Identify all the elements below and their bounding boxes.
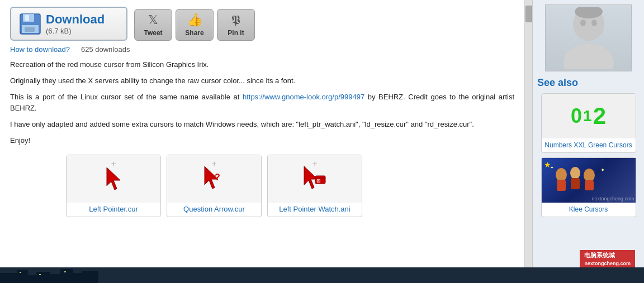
numbers-xxl-preview: 0 1 2 xyxy=(542,94,636,138)
downloads-count: 625 downloads xyxy=(81,45,130,54)
klee-label: Klee Cursors xyxy=(569,205,608,213)
avatar-svg xyxy=(552,7,625,69)
svg-rect-26 xyxy=(0,273,17,283)
download-size: (6.7 kB) xyxy=(46,27,105,35)
desc-line4: I have only adapted and added some extra… xyxy=(10,119,514,131)
crosshair-icon-2: ✛ xyxy=(212,161,216,167)
svg-marker-5 xyxy=(107,167,120,190)
svg-rect-30 xyxy=(50,274,60,283)
gnome-link[interactable]: https://www.gnome-look.org/p/999497 xyxy=(243,93,364,101)
right-sidebar: See also 0 1 2 Numbers XXL Green Cursors… xyxy=(532,0,644,283)
desc-line5: Enjoy! xyxy=(10,135,514,147)
cursor-card-label-left-pointer-watch: Left Pointer Watch.ani xyxy=(279,205,350,213)
svg-point-17 xyxy=(556,168,567,181)
cursor-preview-left-pointer: ✛ xyxy=(67,155,160,203)
numbers-xxl-label: Numbers XXL Green Cursors xyxy=(544,141,632,149)
klee-watermark: nextongcheng.com xyxy=(591,196,634,202)
main-wrapper: Download (6.7 kB) 𝕏 Tweet 👍 Share 𝕻 Pin … xyxy=(0,0,644,283)
svg-rect-18 xyxy=(557,180,566,191)
question-arrow-icon: ? xyxy=(200,164,228,194)
svg-point-21 xyxy=(584,169,595,182)
description: Recreation of the red mouse cursor from … xyxy=(10,59,514,147)
download-text: Download (6.7 kB) xyxy=(46,12,105,35)
num-zero: 0 xyxy=(571,104,582,128)
desc-line2: Originally they used the X servers abili… xyxy=(10,75,514,87)
svg-text:✦: ✦ xyxy=(550,165,554,170)
pinterest-icon: 𝕻 xyxy=(231,13,240,27)
svg-rect-31 xyxy=(60,269,73,283)
cursor-card-label-left-pointer: Left Pointer.cur xyxy=(89,205,138,213)
klee-preview: ★ ✦ ✦ nextongcheng.com xyxy=(542,158,636,203)
content-area: Download (6.7 kB) 𝕏 Tweet 👍 Share 𝕻 Pin … xyxy=(0,0,524,283)
svg-rect-34 xyxy=(20,272,21,273)
cursor-card-left-pointer[interactable]: ✛ Left Pointer.cur xyxy=(66,155,161,217)
svg-point-14 xyxy=(580,20,586,26)
sidebar-card-numbers-xxl[interactable]: 0 1 2 Numbers XXL Green Cursors xyxy=(541,93,636,153)
svg-text:?: ? xyxy=(215,172,220,182)
social-buttons: 𝕏 Tweet 👍 Share 𝕻 Pin it xyxy=(134,9,255,41)
scrollbar-thumb[interactable] xyxy=(525,6,532,22)
share-label: Share xyxy=(185,29,203,37)
download-meta: How to download? 625 downloads xyxy=(10,45,514,54)
svg-rect-32 xyxy=(73,273,82,283)
svg-rect-33 xyxy=(82,271,98,283)
svg-point-15 xyxy=(591,20,597,26)
share-icon: 👍 xyxy=(187,13,202,27)
floppy-disk-icon xyxy=(19,13,41,35)
tweet-button[interactable]: 𝕏 Tweet xyxy=(134,9,172,41)
crosshair-icon: ✛ xyxy=(111,161,116,167)
svg-rect-20 xyxy=(571,178,580,189)
svg-rect-35 xyxy=(39,274,41,275)
desc-line3-pre: This is a port of the Linux cursor set o… xyxy=(10,93,243,101)
desc-line1: Recreation of the red mouse cursor from … xyxy=(10,59,514,71)
svg-point-19 xyxy=(570,167,580,179)
cityscape-svg xyxy=(0,267,644,283)
desc-line3: This is a port of the Linux cursor set o… xyxy=(10,92,514,115)
bottom-bar xyxy=(0,267,644,283)
crosshair-icon-3: ✛ xyxy=(312,161,317,167)
cursor-card-question-arrow[interactable]: ✛ ? Question Arrow.cur xyxy=(167,155,262,217)
num-one: 1 xyxy=(583,107,592,125)
sidebar-card-klee[interactable]: ★ ✦ ✦ nextongcheng.com xyxy=(541,157,636,217)
watermark-url: nextongcheng.com xyxy=(584,261,631,266)
klee-svg: ✦ ✦ xyxy=(544,161,612,200)
svg-rect-4 xyxy=(25,27,35,32)
svg-rect-36 xyxy=(64,271,66,272)
download-button[interactable]: Download (6.7 kB) xyxy=(10,7,127,41)
cursor-card-left-pointer-watch[interactable]: ✛ ⊠ Left Pointer Watch.ani xyxy=(267,155,362,217)
see-also-heading: See also xyxy=(537,77,578,89)
profile-avatar xyxy=(545,4,632,71)
left-pointer-watch-icon: ⊠ xyxy=(300,164,330,194)
top-row: Download (6.7 kB) 𝕏 Tweet 👍 Share 𝕻 Pin … xyxy=(10,7,514,41)
pin-label: Pin it xyxy=(228,29,244,37)
twitter-icon: 𝕏 xyxy=(148,13,158,27)
svg-text:⊠: ⊠ xyxy=(316,178,321,184)
num-two: 2 xyxy=(593,103,606,129)
svg-rect-22 xyxy=(585,180,594,190)
svg-point-13 xyxy=(564,44,614,69)
tweet-label: Tweet xyxy=(144,29,162,37)
svg-rect-28 xyxy=(28,275,36,283)
share-button[interactable]: 👍 Share xyxy=(176,9,214,41)
cursor-card-label-question-arrow: Question Arrow.cur xyxy=(183,205,245,213)
svg-rect-29 xyxy=(36,272,50,283)
cursor-cards: ✛ Left Pointer.cur ✛ ? xyxy=(10,155,514,217)
download-label: Download xyxy=(46,12,105,27)
pin-button[interactable]: 𝕻 Pin it xyxy=(217,9,255,41)
svg-rect-2 xyxy=(25,15,29,21)
watermark: 电脑系统城 nextongcheng.com xyxy=(580,250,635,267)
how-to-link[interactable]: How to download? xyxy=(10,45,70,54)
watermark-text: 电脑系统城 xyxy=(584,252,615,258)
svg-rect-27 xyxy=(17,270,28,283)
cursor-preview-left-pointer-watch: ✛ ⊠ xyxy=(268,155,362,203)
left-pointer-icon xyxy=(102,165,125,193)
svg-text:✦: ✦ xyxy=(600,167,605,173)
scrollbar[interactable] xyxy=(524,0,532,283)
cursor-preview-question-arrow: ✛ ? xyxy=(167,155,261,203)
